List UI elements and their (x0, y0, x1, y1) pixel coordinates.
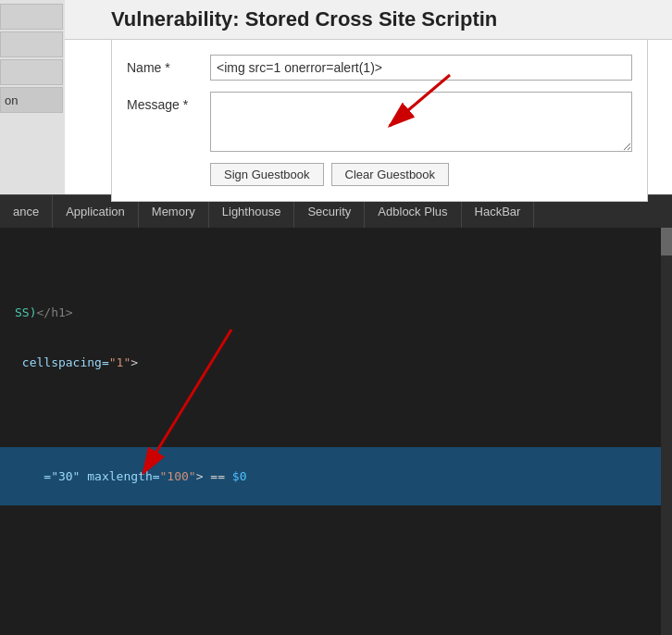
code-cellspacing-val: "1" (109, 355, 131, 369)
name-input[interactable] (210, 55, 632, 81)
message-textarea[interactable] (210, 92, 632, 152)
sidebar-tab-3[interactable] (0, 59, 63, 85)
message-label: Message * (127, 92, 210, 112)
form-buttons: Sign Guestbook Clear Guestbook (210, 163, 632, 186)
code-close-tag: </h1> (36, 305, 72, 319)
empty-space-bot (0, 373, 672, 447)
sidebar-tabs: on (0, 0, 65, 194)
empty-space-top (0, 228, 672, 302)
sidebar-tab-1[interactable] (0, 4, 63, 30)
tab-performance[interactable]: ance (0, 195, 53, 229)
code-maxlength-attr: ="30" maxlength= (44, 469, 159, 483)
vulnerability-form: Name * Message * Sign Guestbook Clear Gu… (111, 39, 648, 202)
page-title-bar: Vulnerability: Stored Cross Site Scripti… (0, 0, 672, 40)
code-line-cellspacing: cellspacing="1"> (0, 352, 672, 374)
code-eq: > == (196, 469, 232, 483)
message-row: Message * (127, 92, 632, 152)
devtools-scrollbar[interactable] (661, 228, 672, 635)
code-tag-span: SS) (15, 305, 36, 319)
code-gt: > (131, 355, 138, 369)
sign-guestbook-button[interactable]: Sign Guestbook (210, 163, 324, 186)
code-line-highlighted[interactable]: ="30" maxlength="100"> == $0 (0, 447, 672, 505)
sidebar-tab-active[interactable]: on (0, 87, 63, 113)
code-dollar: $0 (232, 469, 247, 483)
clear-guestbook-button[interactable]: Clear Guestbook (331, 163, 450, 186)
browser-content-area: on Vulnerability: Stored Cross Site Scri… (0, 0, 672, 194)
page-title: Vulnerability: Stored Cross Site Scripti… (111, 7, 497, 31)
empty-space-mid (0, 324, 672, 352)
scrollbar-thumb[interactable] (661, 228, 672, 255)
devtools-code-area: SS)</h1> cellspacing="1"> ="30" maxlengt… (0, 228, 672, 635)
name-row: Name * (127, 55, 632, 81)
code-line-h1: SS)</h1> (0, 302, 672, 324)
name-label: Name * (127, 55, 210, 75)
code-cellspacing-attr: cellspacing= (15, 355, 109, 369)
sidebar-tab-2[interactable] (0, 31, 63, 57)
code-maxlength-val: "100" (160, 469, 196, 483)
